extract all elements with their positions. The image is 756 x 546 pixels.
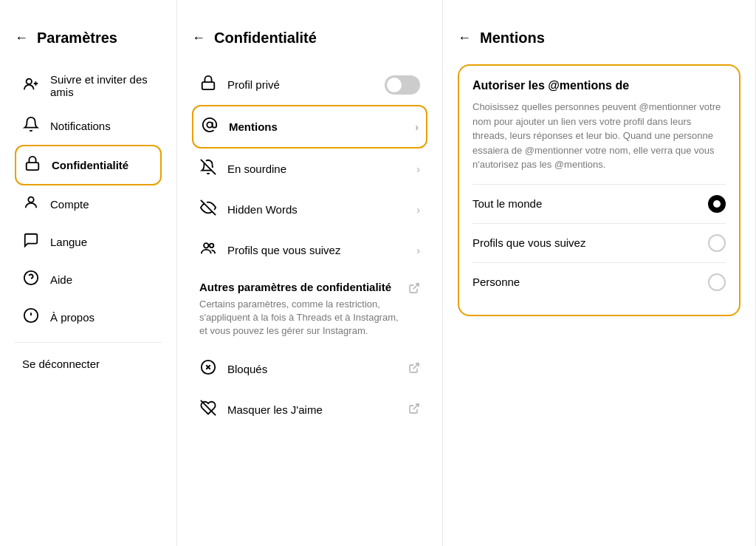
radio-option-profils-suivez[interactable]: Profils que vous suivez <box>472 223 726 262</box>
lock-icon <box>24 155 41 175</box>
middle-panel: ← Confidentialité Profil privé Mentions … <box>177 0 443 546</box>
profil-prive-toggle[interactable] <box>385 75 420 95</box>
bell-off-icon <box>199 159 217 179</box>
menu-item-en-sourdine-label: En sourdine <box>227 163 286 175</box>
middle-back-arrow[interactable]: ← <box>192 30 205 46</box>
svg-point-0 <box>27 78 32 83</box>
external-link-icon <box>408 282 420 296</box>
right-panel-header: ← Mentions <box>458 30 740 47</box>
radio-circle-profils-suivez <box>708 234 726 252</box>
svg-point-15 <box>210 244 214 248</box>
menu-item-masquer-jaime-label: Masquer les J'aime <box>227 403 323 416</box>
sidebar-item-langue-label: Langue <box>50 236 87 248</box>
sidebar-item-apropos[interactable]: À propos <box>15 298 162 336</box>
menu-item-profils-suivez[interactable]: Profils que vous suivez › <box>192 230 427 270</box>
radio-option-personne-label: Personne <box>472 276 520 288</box>
info-icon <box>22 307 40 327</box>
svg-point-4 <box>28 197 33 202</box>
mentions-box-desc: Choisissez quelles personnes peuvent @me… <box>472 100 726 172</box>
masquer-jaime-external-icon <box>408 403 420 417</box>
menu-item-masquer-jaime[interactable]: Masquer les J'aime <box>192 389 427 430</box>
left-back-arrow[interactable]: ← <box>15 30 28 46</box>
middle-panel-header: ← Confidentialité <box>192 30 427 47</box>
sidebar-item-confidentialite[interactable]: Confidentialité <box>15 145 162 185</box>
other-privacy-title: Autres paramètres de confidentialité <box>199 281 402 293</box>
svg-rect-3 <box>27 163 39 170</box>
speech-bubble-icon <box>22 232 40 252</box>
left-panel-title: Paramètres <box>37 30 117 47</box>
lock-icon-mid <box>199 75 217 95</box>
sidebar-item-aide[interactable]: Aide <box>15 261 162 298</box>
nav-divider <box>15 342 162 343</box>
sidebar-item-notifications[interactable]: Notifications <box>15 107 162 145</box>
persons-icon <box>199 240 217 260</box>
question-icon <box>22 270 40 290</box>
menu-item-profils-suivez-label: Profils que vous suivez <box>227 244 340 256</box>
right-panel: ← Mentions Autoriser les @mentions de Ch… <box>443 0 756 546</box>
profils-suivez-chevron-icon: › <box>416 245 420 256</box>
svg-rect-10 <box>202 82 215 89</box>
sidebar-item-compte-label: Compte <box>50 198 89 211</box>
menu-item-profil-prive[interactable]: Profil privé <box>192 64 427 105</box>
mentions-box-title: Autoriser les @mentions de <box>472 79 726 92</box>
radio-option-profils-suivez-label: Profils que vous suivez <box>472 236 585 249</box>
menu-item-bloques[interactable]: Bloqués <box>192 349 427 389</box>
menu-item-bloques-label: Bloqués <box>227 363 267 375</box>
left-panel: ← Paramètres Suivre et inviter des amis … <box>0 0 177 546</box>
middle-panel-title: Confidentialité <box>214 30 317 47</box>
bloques-external-icon <box>408 362 420 376</box>
menu-item-hidden-words[interactable]: Hidden Words › <box>192 189 427 230</box>
mentions-box: Autoriser les @mentions de Choisissez qu… <box>458 64 740 316</box>
sidebar-item-suivre[interactable]: Suivre et inviter des amis <box>15 64 162 107</box>
logout-button[interactable]: Se déconnecter <box>15 349 162 379</box>
sidebar-item-notifications-label: Notifications <box>50 120 111 132</box>
en-sourdine-chevron-icon: › <box>416 163 420 175</box>
sidebar-item-suivre-label: Suivre et inviter des amis <box>50 73 154 98</box>
sidebar-item-compte[interactable]: Compte <box>15 185 162 223</box>
other-privacy-section: Autres paramètres de confidentialité Cer… <box>192 270 427 349</box>
radio-circle-personne <box>708 273 726 291</box>
svg-point-11 <box>207 122 212 127</box>
svg-line-12 <box>201 160 216 174</box>
svg-point-14 <box>204 243 208 248</box>
menu-item-mentions[interactable]: Mentions › <box>192 105 427 149</box>
person-icon <box>22 194 40 214</box>
sidebar-item-confidentialite-label: Confidentialité <box>52 159 128 171</box>
hidden-words-chevron-icon: › <box>416 204 420 216</box>
menu-item-profil-prive-label: Profil privé <box>227 78 280 91</box>
menu-item-mentions-label: Mentions <box>229 120 278 133</box>
radio-option-personne[interactable]: Personne <box>472 262 726 301</box>
heart-off-icon <box>199 400 217 420</box>
at-icon <box>201 117 219 137</box>
sidebar-item-aide-label: Aide <box>50 273 72 286</box>
mentions-chevron-icon: › <box>415 121 419 133</box>
radio-circle-tout-monde <box>708 195 726 213</box>
right-back-arrow[interactable]: ← <box>458 30 471 46</box>
radio-option-tout-monde-label: Tout le monde <box>472 197 542 210</box>
menu-item-hidden-words-label: Hidden Words <box>227 203 298 216</box>
other-privacy-desc: Certains paramètres, comme la restrictio… <box>199 298 402 338</box>
right-panel-title: Mentions <box>480 30 545 47</box>
x-circle-icon <box>199 359 217 379</box>
sidebar-item-apropos-label: À propos <box>50 311 94 324</box>
menu-item-en-sourdine[interactable]: En sourdine › <box>192 149 427 189</box>
left-panel-header: ← Paramètres <box>15 30 162 47</box>
radio-option-tout-monde[interactable]: Tout le monde <box>472 184 726 223</box>
sidebar-item-langue[interactable]: Langue <box>15 223 162 261</box>
svg-line-16 <box>413 284 419 289</box>
svg-line-20 <box>413 364 419 369</box>
eye-off-icon <box>199 199 217 219</box>
bell-icon <box>22 116 40 136</box>
person-add-icon <box>22 76 40 96</box>
svg-line-22 <box>413 404 419 409</box>
